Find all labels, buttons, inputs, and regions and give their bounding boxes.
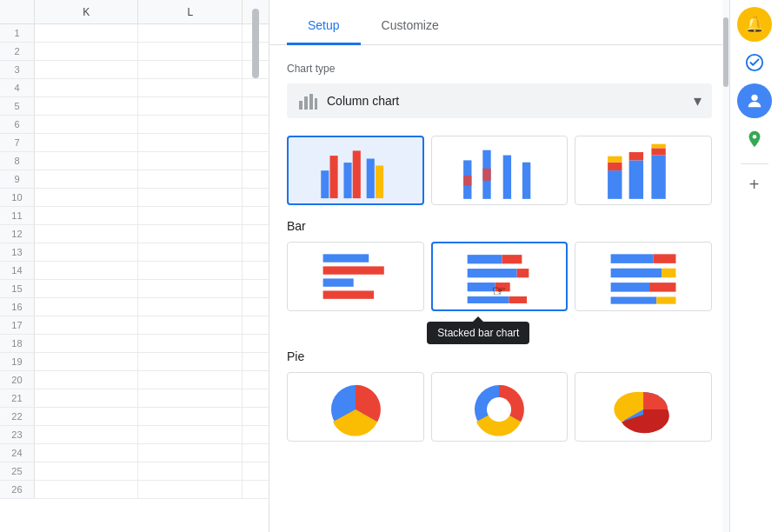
cell-k[interactable] <box>35 371 139 389</box>
cell-k[interactable] <box>35 243 139 261</box>
cell-k[interactable] <box>35 262 139 279</box>
tab-setup[interactable]: Setup <box>287 8 361 45</box>
cell-k[interactable] <box>35 426 139 443</box>
svg-rect-16 <box>608 170 622 199</box>
cell-k[interactable] <box>35 134 139 151</box>
cell-l[interactable] <box>138 389 243 407</box>
row-scroll-area <box>243 262 269 279</box>
cell-l[interactable] <box>138 43 243 60</box>
cell-k[interactable] <box>35 152 139 170</box>
sheet-row[interactable]: 2 <box>0 43 269 61</box>
cell-k[interactable] <box>35 24 139 42</box>
cell-k[interactable] <box>35 43 139 60</box>
cell-k[interactable] <box>35 444 139 462</box>
cell-l[interactable] <box>138 481 243 498</box>
sheet-row[interactable]: 9 <box>0 170 269 189</box>
cell-k[interactable] <box>35 189 139 206</box>
cell-l[interactable] <box>138 335 243 352</box>
sheet-row[interactable]: 18 <box>0 335 269 353</box>
sheet-row[interactable]: 12 <box>0 225 269 243</box>
contacts-sidebar-icon[interactable] <box>737 83 772 118</box>
sheet-row[interactable]: 24 <box>0 444 269 462</box>
scrollbar-thumb[interactable] <box>252 9 259 78</box>
column-chart-thumb-1[interactable] <box>287 136 424 205</box>
cell-k[interactable] <box>35 225 139 243</box>
cell-k[interactable] <box>35 116 139 133</box>
cell-k[interactable] <box>35 316 139 334</box>
sheet-row[interactable]: 20 <box>0 371 269 389</box>
cell-l[interactable] <box>138 408 243 425</box>
sheet-row[interactable]: 13 <box>0 243 269 262</box>
cell-l[interactable] <box>138 225 243 243</box>
sheet-row[interactable]: 23 <box>0 426 269 444</box>
sheet-row[interactable]: 6 <box>0 116 269 134</box>
tab-customize[interactable]: Customize <box>361 8 460 45</box>
panel-scrollbar[interactable] <box>722 0 729 532</box>
sheet-row[interactable]: 21 <box>0 389 269 408</box>
bar-chart-thumb-1[interactable] <box>287 242 424 311</box>
cell-k[interactable] <box>35 335 139 352</box>
cell-l[interactable] <box>138 189 243 206</box>
sheet-row[interactable]: 4 <box>0 79 269 97</box>
sheet-row[interactable]: 17 <box>0 316 269 335</box>
cell-l[interactable] <box>138 116 243 133</box>
cell-l[interactable] <box>138 207 243 224</box>
add-sidebar-icon[interactable]: + <box>749 175 760 195</box>
cell-l[interactable] <box>138 152 243 170</box>
sheet-row[interactable]: 14 <box>0 262 269 280</box>
sheet-row[interactable]: 5 <box>0 97 269 116</box>
tasks-sidebar-icon[interactable] <box>737 45 772 80</box>
cell-k[interactable] <box>35 207 139 224</box>
cell-k[interactable] <box>35 408 139 425</box>
cell-l[interactable] <box>138 298 243 316</box>
cell-k[interactable] <box>35 79 139 96</box>
sheet-row[interactable]: 22 <box>0 408 269 426</box>
sheet-row[interactable]: 8 <box>0 152 269 170</box>
cell-k[interactable] <box>35 298 139 316</box>
cell-l[interactable] <box>138 426 243 443</box>
column-chart-thumb-2[interactable] <box>431 136 569 205</box>
cell-k[interactable] <box>35 170 139 188</box>
sheet-row[interactable]: 19 <box>0 353 269 371</box>
sheet-row[interactable]: 3 <box>0 61 269 79</box>
cell-k[interactable] <box>35 97 139 115</box>
cell-k[interactable] <box>35 389 139 407</box>
cell-l[interactable] <box>138 134 243 151</box>
cell-l[interactable] <box>138 462 243 480</box>
cell-l[interactable] <box>138 444 243 462</box>
cell-k[interactable] <box>35 280 139 297</box>
chart-type-dropdown[interactable]: Column chart ▾ <box>287 83 712 118</box>
pie-chart-thumb-2[interactable] <box>431 372 569 442</box>
cell-l[interactable] <box>138 371 243 389</box>
bar-chart-thumb-2[interactable]: ☞ <box>431 242 569 311</box>
sheet-row[interactable]: 7 <box>0 134 269 152</box>
sheet-row[interactable]: 25 <box>0 462 269 481</box>
maps-sidebar-icon[interactable] <box>737 122 772 156</box>
cell-l[interactable] <box>138 97 243 115</box>
cell-k[interactable] <box>35 462 139 480</box>
pie-chart-thumb-1[interactable] <box>287 372 424 442</box>
sheet-row[interactable]: 26 <box>0 481 269 499</box>
bar-chart-thumb-3[interactable] <box>575 242 712 311</box>
cell-l[interactable] <box>138 280 243 297</box>
cell-l[interactable] <box>138 353 243 370</box>
cell-l[interactable] <box>138 316 243 334</box>
sheet-row[interactable]: 11 <box>0 207 269 225</box>
pie-chart-thumb-3[interactable] <box>575 372 712 442</box>
cell-l[interactable] <box>138 170 243 188</box>
cell-l[interactable] <box>138 262 243 279</box>
cell-k[interactable] <box>35 353 139 370</box>
cell-k[interactable] <box>35 481 139 498</box>
column-chart-thumb-3[interactable] <box>575 136 712 205</box>
cell-l[interactable] <box>138 79 243 96</box>
panel-scrollbar-thumb[interactable] <box>723 17 728 87</box>
cell-k[interactable] <box>35 61 139 78</box>
sheet-row[interactable]: 15 <box>0 280 269 298</box>
sheet-row[interactable]: 1 <box>0 24 269 43</box>
cell-l[interactable] <box>138 61 243 78</box>
sheet-row[interactable]: 10 <box>0 189 269 207</box>
cell-l[interactable] <box>138 24 243 42</box>
sheet-row[interactable]: 16 <box>0 298 269 316</box>
notifications-sidebar-icon[interactable]: 🔔 <box>737 7 772 42</box>
cell-l[interactable] <box>138 243 243 261</box>
